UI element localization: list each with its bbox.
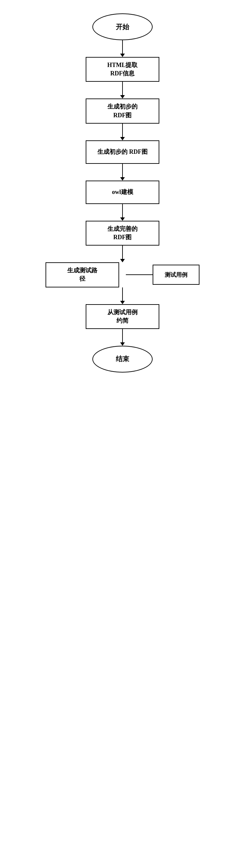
arrow-head-8: [120, 342, 125, 346]
arrow-line-4: [122, 164, 123, 177]
node-step1: HTML提取RDF信息: [86, 57, 159, 82]
arrow-1: [120, 40, 125, 57]
arrow-line-1: [122, 40, 123, 54]
node-step5-wrapper: 生成完善的RDF图: [7, 221, 238, 246]
node-start: 开始: [92, 13, 153, 40]
arrow-head-6: [120, 259, 125, 262]
arrow-head-5: [120, 217, 125, 221]
flowchart: 开始 HTML提取RDF信息 生成初步的RDF图 生成初步的 RDF图: [0, 0, 245, 868]
node-step1-label: HTML提取RDF信息: [107, 61, 138, 78]
arrow-head-3: [120, 137, 125, 141]
node-step4-wrapper: owl建模: [7, 181, 238, 204]
arrow-4: [120, 164, 125, 181]
node-step1-wrapper: HTML提取RDF信息: [7, 57, 238, 82]
side-node-test-case: 测试用例: [153, 265, 200, 285]
arrow-head-1: [120, 54, 125, 57]
arrow-line-3: [122, 124, 123, 137]
arrow-2: [120, 82, 125, 98]
node-step6-row: 生成测试路径 测试用例: [7, 262, 238, 287]
arrow-head-7: [120, 301, 125, 304]
node-step6: 生成测试路径: [45, 262, 119, 287]
arrow-line-8: [122, 329, 123, 342]
side-line: [126, 274, 153, 275]
arrow-3: [120, 124, 125, 141]
node-start-wrapper: 开始: [7, 13, 238, 40]
node-step6-label: 生成测试路径: [67, 266, 97, 283]
arrow-6: [120, 246, 125, 262]
side-node-label: 测试用例: [165, 271, 187, 279]
node-step3: 生成初步的 RDF图: [86, 141, 159, 164]
arrow-7: [120, 287, 125, 304]
node-step4: owl建模: [86, 181, 159, 204]
arrow-line-6: [122, 246, 123, 259]
arrow-head-4: [120, 177, 125, 181]
node-step2: 生成初步的RDF图: [86, 98, 159, 123]
side-connector: 测试用例: [126, 265, 200, 285]
arrow-line-7: [122, 287, 123, 301]
arrow-5: [120, 204, 125, 221]
node-step5: 生成完善的RDF图: [86, 221, 159, 246]
node-step5-label: 生成完善的RDF图: [107, 225, 138, 242]
node-step7-label: 从测试用例约简: [107, 308, 138, 325]
arrow-8: [120, 329, 125, 346]
node-step4-label: owl建模: [112, 188, 133, 196]
node-end-wrapper: 结束: [7, 346, 238, 373]
arrow-line-5: [122, 204, 123, 217]
node-end: 结束: [92, 346, 153, 373]
node-step2-label: 生成初步的RDF图: [107, 102, 138, 119]
node-end-label: 结束: [116, 354, 129, 364]
node-step2-wrapper: 生成初步的RDF图: [7, 98, 238, 123]
node-step7-wrapper: 从测试用例约简: [7, 304, 238, 329]
node-step3-wrapper: 生成初步的 RDF图: [7, 141, 238, 164]
node-step3-label: 生成初步的 RDF图: [97, 148, 148, 156]
arrow-head-2: [120, 95, 125, 98]
arrow-line-2: [122, 82, 123, 95]
node-step7: 从测试用例约简: [86, 304, 159, 329]
node-start-label: 开始: [116, 23, 129, 31]
